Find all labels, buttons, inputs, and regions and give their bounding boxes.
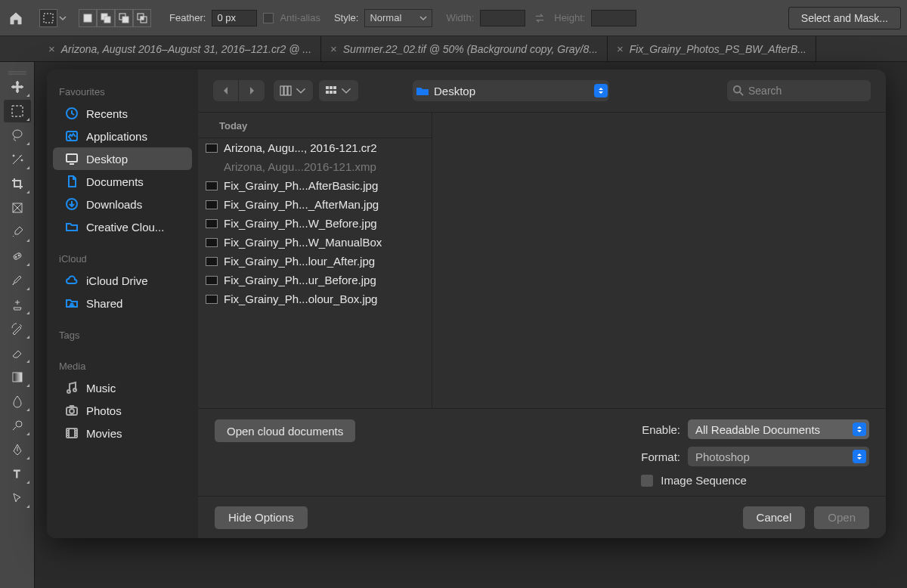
- sidebar-section-icloud: iCloud: [47, 249, 198, 269]
- marquee-selection-mode-group: [39, 9, 68, 27]
- file-name: Arizona, Augu..., 2016-121.cr2: [224, 141, 377, 154]
- selection-intersect-icon[interactable]: [133, 9, 151, 27]
- view-grid-dropdown[interactable]: [319, 80, 358, 101]
- sidebar-item-desktop[interactable]: Desktop: [53, 147, 192, 170]
- image-sequence-checkbox[interactable]: [641, 475, 653, 487]
- sidebar-item-label: Shared: [86, 297, 122, 310]
- clone-stamp-tool-icon[interactable]: [4, 293, 31, 316]
- sidebar-item-icloud-drive[interactable]: iCloud Drive: [53, 269, 192, 292]
- history-brush-tool-icon[interactable]: [4, 317, 31, 340]
- lasso-tool-icon[interactable]: [4, 124, 31, 147]
- eyedropper-tool-icon[interactable]: [4, 221, 31, 243]
- marquee-tool-icon[interactable]: [4, 100, 31, 122]
- svg-point-14: [21, 159, 23, 161]
- file-name: Fix_Grainy_Ph...olour_Box.jpg: [224, 292, 377, 305]
- style-value: Normal: [370, 12, 401, 23]
- close-icon[interactable]: ×: [617, 42, 624, 55]
- sidebar-item-downloads[interactable]: Downloads: [53, 193, 192, 215]
- chevron-down-icon: [340, 85, 352, 96]
- path-selection-tool-icon[interactable]: [4, 487, 31, 509]
- file-name: Arizona, Augu...2016-121.xmp: [224, 160, 376, 173]
- style-dropdown[interactable]: Normal: [364, 9, 432, 27]
- back-button[interactable]: [213, 80, 239, 101]
- close-icon[interactable]: ×: [330, 42, 337, 55]
- file-list: Today Arizona, Augu..., 2016-121.cr2 Ari…: [198, 113, 432, 408]
- svg-rect-49: [326, 91, 329, 94]
- svg-point-12: [13, 130, 22, 138]
- type-tool-icon[interactable]: T: [4, 463, 31, 485]
- file-row[interactable]: Fix_Grainy_Ph...ur_Before.jpg: [198, 271, 432, 289]
- sidebar-item-movies[interactable]: Movies: [53, 422, 192, 444]
- sidebar-item-music[interactable]: Music: [53, 376, 192, 399]
- browse-toolbar: Desktop Search: [198, 70, 886, 112]
- hide-options-button[interactable]: Hide Options: [215, 506, 308, 529]
- file-name: Fix_Grainy_Ph...lour_After.jpg: [224, 255, 375, 268]
- selection-subtract-icon[interactable]: [115, 9, 133, 27]
- gradient-tool-icon[interactable]: [4, 366, 31, 388]
- file-row[interactable]: Fix_Grainy_Ph...olour_Box.jpg: [198, 289, 432, 308]
- file-row[interactable]: Fix_Grainy_Ph..._AfterMan.jpg: [198, 195, 432, 214]
- marquee-new-icon[interactable]: [39, 9, 57, 27]
- file-name: Fix_Grainy_Ph...AfterBasic.jpg: [224, 179, 378, 192]
- healing-brush-tool-icon[interactable]: [4, 245, 31, 268]
- move-tool-icon[interactable]: [4, 76, 31, 98]
- format-dropdown[interactable]: Photoshop: [688, 447, 869, 466]
- sidebar-item-creative-cloud[interactable]: Creative Clou...: [53, 215, 192, 238]
- file-row[interactable]: Fix_Grainy_Ph...lour_After.jpg: [198, 252, 432, 271]
- sidebar-item-label: Desktop: [86, 153, 128, 166]
- music-icon: [65, 381, 79, 395]
- updown-arrows-icon: [853, 450, 866, 463]
- svg-point-20: [18, 255, 20, 256]
- search-input[interactable]: Search: [727, 80, 871, 101]
- select-and-mask-button[interactable]: Select and Mask...: [788, 7, 901, 29]
- brush-tool-icon[interactable]: [4, 269, 31, 292]
- search-icon: [733, 85, 744, 96]
- eraser-tool-icon[interactable]: [4, 342, 31, 364]
- svg-rect-8: [141, 17, 144, 20]
- pen-tool-icon[interactable]: [4, 438, 31, 461]
- svg-point-22: [16, 421, 22, 427]
- applications-icon: [65, 129, 79, 143]
- open-cloud-documents-button[interactable]: Open cloud documents: [215, 419, 355, 442]
- crop-tool-icon[interactable]: [4, 172, 31, 195]
- movies-icon: [65, 426, 79, 440]
- sidebar-item-applications[interactable]: Applications: [53, 125, 192, 147]
- cancel-button[interactable]: Cancel: [743, 506, 806, 529]
- sidebar-item-photos[interactable]: Photos: [53, 399, 192, 422]
- sidebar-item-shared[interactable]: Shared: [53, 292, 192, 314]
- dialog-sidebar: Favourites Recents Applications Desktop …: [47, 70, 198, 538]
- sidebar-item-documents[interactable]: Documents: [53, 170, 192, 193]
- file-row[interactable]: Fix_Grainy_Ph...AfterBasic.jpg: [198, 176, 432, 195]
- file-row[interactable]: Arizona, Augu..., 2016-121.cr2: [198, 138, 432, 157]
- feather-input[interactable]: [212, 10, 257, 26]
- sidebar-item-label: iCloud Drive: [86, 274, 148, 287]
- frame-tool-icon[interactable]: [4, 197, 31, 219]
- close-icon[interactable]: ×: [48, 42, 55, 55]
- chevron-down-icon[interactable]: [59, 14, 67, 22]
- feather-label: Feather:: [169, 12, 206, 23]
- open-button[interactable]: Open: [814, 506, 869, 529]
- document-tab[interactable]: ×Summer.22_02.tif @ 50% (Background copy…: [321, 36, 608, 61]
- blur-tool-icon[interactable]: [4, 390, 31, 413]
- file-thumb-icon: [206, 219, 218, 228]
- home-icon[interactable]: [6, 8, 26, 28]
- document-tab[interactable]: ×Arizona, August 2016–August 31, 2016–12…: [39, 36, 321, 61]
- selection-new-icon[interactable]: [79, 9, 97, 27]
- grip-icon: [8, 67, 26, 73]
- file-row[interactable]: Arizona, Augu...2016-121.xmp: [198, 157, 432, 176]
- clock-icon: [65, 107, 79, 120]
- document-tab[interactable]: ×Fix_Grainy_Photos_PS_BW_AfterB...: [608, 36, 816, 61]
- svg-point-13: [13, 155, 14, 156]
- enable-dropdown[interactable]: All Readable Documents: [688, 419, 869, 439]
- magic-wand-tool-icon[interactable]: [4, 148, 31, 171]
- view-columns-dropdown[interactable]: [274, 80, 313, 101]
- selection-add-icon[interactable]: [97, 9, 115, 27]
- updown-arrows-icon: [594, 84, 608, 97]
- file-row[interactable]: Fix_Grainy_Ph...W_Before.jpg: [198, 214, 432, 233]
- file-row[interactable]: Fix_Grainy_Ph...W_ManualBox: [198, 233, 432, 252]
- location-dropdown[interactable]: Desktop: [413, 80, 609, 101]
- dodge-tool-icon[interactable]: [4, 414, 31, 437]
- forward-button[interactable]: [239, 80, 265, 101]
- sidebar-item-label: Creative Clou...: [86, 221, 164, 234]
- sidebar-item-recents[interactable]: Recents: [53, 102, 192, 125]
